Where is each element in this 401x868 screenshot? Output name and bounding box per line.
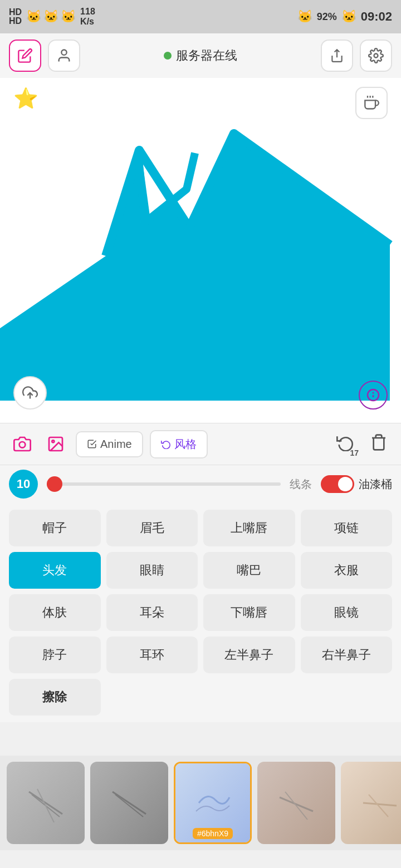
trash-button[interactable] bbox=[365, 429, 392, 460]
status-bar: HD HD 🐱 🐱 🐱 118K/s 🐱 92% 🐱 09:02 bbox=[0, 0, 401, 33]
toggle-knob bbox=[338, 477, 353, 491]
style-label: 风格 bbox=[174, 437, 197, 452]
top-bar: 服务器在线 bbox=[0, 33, 401, 78]
strip-item-2[interactable] bbox=[90, 762, 168, 844]
canvas-area[interactable]: ⭐ bbox=[0, 78, 401, 423]
camera-button[interactable] bbox=[9, 431, 36, 457]
part-earring[interactable]: 耳环 bbox=[106, 637, 198, 673]
part-ear[interactable]: 耳朵 bbox=[106, 594, 198, 631]
part-neck[interactable]: 脖子 bbox=[9, 637, 101, 673]
settings-button[interactable] bbox=[360, 40, 392, 72]
strip-img-1 bbox=[7, 762, 85, 844]
status-right: 🐱 92% 🐱 09:02 bbox=[297, 9, 392, 24]
svg-line-13 bbox=[29, 792, 62, 814]
brush-slider[interactable] bbox=[47, 482, 281, 486]
coffee-button[interactable] bbox=[355, 87, 388, 119]
part-glasses[interactable]: 眼镜 bbox=[301, 594, 393, 631]
svg-line-16 bbox=[113, 792, 146, 814]
top-right-icons bbox=[321, 40, 392, 72]
battery-level: 92% bbox=[317, 11, 337, 23]
part-left-nose[interactable]: 左半鼻子 bbox=[203, 637, 295, 673]
toolbar-row: Anime 风格 17 bbox=[0, 423, 401, 465]
online-indicator bbox=[164, 52, 172, 60]
server-status: 服务器在线 bbox=[87, 47, 314, 64]
anime-button[interactable]: Anime bbox=[76, 431, 143, 457]
cat-icon-1: 🐱 bbox=[26, 9, 41, 24]
part-lower-lip[interactable]: 下嘴唇 bbox=[203, 594, 295, 631]
strip-img-4 bbox=[257, 762, 335, 844]
svg-line-15 bbox=[37, 789, 54, 822]
brush-size-display[interactable]: 10 bbox=[9, 470, 38, 499]
part-hat[interactable]: 帽子 bbox=[9, 510, 101, 546]
network-speed: 118K/s bbox=[80, 7, 95, 27]
image-strip: #6bhnX9 bbox=[0, 756, 401, 850]
undo-count: 17 bbox=[350, 448, 359, 457]
strip-img-2 bbox=[90, 762, 168, 844]
status-left: HD HD 🐱 🐱 🐱 118K/s bbox=[9, 7, 95, 27]
strip-img-5 bbox=[341, 762, 401, 844]
share-button[interactable] bbox=[321, 40, 353, 72]
favorite-button[interactable]: ⭐ bbox=[13, 87, 38, 110]
strip-label-3: #6bhnX9 bbox=[193, 828, 233, 839]
slider-thumb[interactable] bbox=[47, 476, 62, 492]
svg-point-0 bbox=[61, 50, 66, 55]
upload-button[interactable] bbox=[13, 376, 47, 410]
status-icons: 🐱 🐱 🐱 bbox=[26, 9, 76, 24]
part-eye[interactable]: 眼睛 bbox=[106, 552, 198, 589]
status-hd: HD HD bbox=[9, 8, 22, 26]
part-necklace[interactable]: 项链 bbox=[301, 510, 393, 546]
cat-icon-2: 🐱 bbox=[43, 9, 58, 24]
part-hair[interactable]: 头发 bbox=[9, 552, 101, 589]
strip-item-3[interactable]: #6bhnX9 bbox=[174, 762, 252, 844]
part-upper-lip[interactable]: 上嘴唇 bbox=[203, 510, 295, 546]
paint-bucket-toggle[interactable]: 油漆桶 bbox=[321, 475, 392, 493]
svg-line-18 bbox=[280, 797, 313, 811]
svg-line-20 bbox=[363, 803, 397, 806]
svg-point-10 bbox=[19, 442, 26, 448]
toggle-switch[interactable] bbox=[321, 475, 354, 493]
cat-icon-clock: 🐱 bbox=[341, 9, 356, 24]
line-label: 线条 bbox=[290, 477, 312, 492]
part-right-nose[interactable]: 右半鼻子 bbox=[301, 637, 393, 673]
svg-point-12 bbox=[52, 440, 54, 442]
image-button[interactable] bbox=[42, 431, 69, 457]
time-display: 09:02 bbox=[361, 9, 392, 24]
bottom-spacer bbox=[0, 722, 401, 756]
part-erase[interactable]: 擦除 bbox=[9, 679, 101, 716]
paint-bucket-label: 油漆桶 bbox=[359, 477, 392, 492]
part-skin[interactable]: 体肤 bbox=[9, 594, 101, 631]
brush-row: 10 线条 油漆桶 bbox=[0, 465, 401, 503]
part-clothing[interactable]: 衣服 bbox=[301, 552, 393, 589]
part-eyebrow[interactable]: 眉毛 bbox=[106, 510, 198, 546]
svg-line-17 bbox=[115, 795, 143, 817]
server-status-text: 服务器在线 bbox=[176, 47, 237, 64]
svg-line-19 bbox=[285, 792, 307, 820]
svg-point-2 bbox=[374, 54, 378, 58]
strip-item-4[interactable] bbox=[257, 762, 335, 844]
style-button[interactable]: 风格 bbox=[150, 430, 208, 458]
svg-line-21 bbox=[369, 795, 388, 817]
edit-button[interactable] bbox=[9, 40, 41, 72]
undo-button[interactable]: 17 bbox=[332, 429, 359, 460]
part-mouth[interactable]: 嘴巴 bbox=[203, 552, 295, 589]
cat-icon-battery: 🐱 bbox=[297, 9, 312, 24]
cat-icon-3: 🐱 bbox=[61, 9, 76, 24]
slider-track[interactable] bbox=[47, 482, 281, 486]
strip-item-1[interactable] bbox=[7, 762, 85, 844]
parts-grid: 帽子 眉毛 上嘴唇 项链 头发 眼睛 嘴巴 衣服 体肤 耳朵 下嘴唇 眼镜 脖子… bbox=[0, 503, 401, 722]
drawing-canvas[interactable] bbox=[0, 78, 401, 423]
strip-item-5[interactable] bbox=[341, 762, 401, 844]
user-button[interactable] bbox=[48, 40, 80, 72]
info-button[interactable] bbox=[359, 381, 388, 410]
anime-label: Anime bbox=[100, 438, 132, 451]
